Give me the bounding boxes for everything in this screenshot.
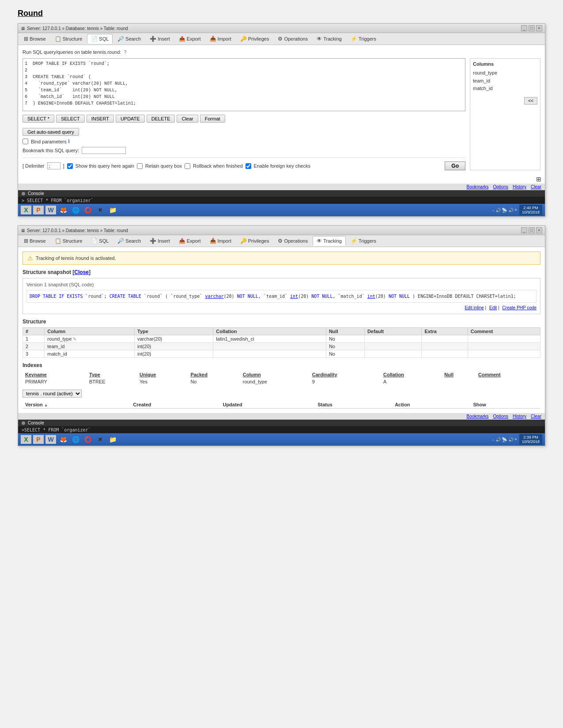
expand-icon[interactable]: ⊞ [536, 176, 541, 183]
taskbar-app-powerpoint[interactable]: P [33, 206, 44, 214]
select-star-button[interactable]: SELECT * [23, 115, 54, 123]
autosave-row: Get auto-saved query [23, 125, 465, 136]
taskbar-app-globe[interactable]: 🌐 [70, 206, 81, 214]
titlebar-controls-2[interactable]: _ □ × [521, 227, 542, 233]
taskbar-app-explorer-2[interactable]: 📁 [107, 435, 118, 444]
rollback-checkbox[interactable] [185, 163, 190, 169]
taskbar-app-excel[interactable]: X [21, 206, 31, 214]
bookmarks-link-1[interactable]: Bookmarks [466, 184, 488, 189]
column-item-round-type[interactable]: round_type [473, 69, 537, 77]
tab-insert-1[interactable]: ➕ Insert [146, 34, 174, 44]
update-button[interactable]: UPDATE [116, 115, 145, 123]
tab-browse-1[interactable]: ⊞ Browse [20, 34, 50, 44]
format-button[interactable]: Format [200, 115, 225, 123]
clear-link-1[interactable]: Clear [531, 184, 541, 189]
taskbar-app-xampp[interactable]: ✖ [95, 206, 106, 214]
bind-params-info-icon[interactable]: ℹ [68, 139, 70, 144]
tab-import-1[interactable]: 📥 Import [206, 34, 235, 44]
go-button[interactable]: Go [445, 161, 465, 170]
ver-header-status[interactable]: Status [315, 401, 392, 409]
tab-structure-2[interactable]: 📋 Structure [51, 236, 87, 246]
taskbar-time-2: 2:39 PM 10/9/2018 [519, 434, 542, 445]
tab-export-2[interactable]: 📤 Export [175, 236, 205, 246]
struct-type-3: int(20) [135, 350, 213, 358]
sql-help-icon[interactable]: ? [124, 49, 126, 55]
create-php-link[interactable]: Create PHP code [502, 305, 537, 310]
tab-triggers-1[interactable]: ⚡ Triggers [347, 34, 380, 44]
tab-privileges-1[interactable]: 🔑 Privileges [236, 34, 273, 44]
tab-import-2[interactable]: 📥 Import [206, 236, 235, 246]
tab-tracking-2[interactable]: 👁 Tracking [313, 236, 346, 246]
delete-button[interactable]: DELETE [147, 115, 175, 123]
tab-triggers-2[interactable]: ⚡ Triggers [347, 236, 380, 246]
taskbar-app-word-2[interactable]: W [45, 435, 56, 444]
edit-link[interactable]: Edit [489, 305, 497, 310]
foreign-keys-checkbox[interactable] [246, 163, 251, 169]
minimize-btn-1[interactable]: _ [521, 25, 527, 31]
ver-header-show[interactable]: Show [470, 401, 540, 409]
sql-textarea[interactable]: 1 DROP TABLE IF EXISTS `round`; 2 3 CREA… [23, 58, 465, 111]
snapshot-code: DROP TABLE IF EXISTS `round`; CREATE TAB… [26, 290, 537, 303]
tab-operations-2[interactable]: ⚙ Operations [274, 236, 312, 246]
snapshot-select[interactable]: tennis . round (active) [23, 390, 82, 398]
close-btn-2[interactable]: × [536, 227, 542, 233]
taskbar-app-globe-2[interactable]: 🌐 [70, 435, 81, 444]
snapshot-close-link[interactable]: Close [74, 269, 89, 275]
ver-header-updated[interactable]: Updated [220, 401, 315, 409]
retain-query-checkbox[interactable] [137, 163, 143, 169]
history-link-2[interactable]: History [513, 414, 526, 419]
tab-operations-1[interactable]: ⚙ Operations [274, 34, 312, 44]
taskbar-app-explorer[interactable]: 📁 [107, 206, 118, 214]
clear-link-2[interactable]: Clear [531, 414, 541, 419]
tab-sql-1[interactable]: 📄 SQL [87, 34, 113, 44]
select-button[interactable]: SELECT [56, 115, 85, 123]
edit-pencil-icon-1[interactable]: ✎ [73, 337, 76, 341]
clear-button[interactable]: Clear [177, 115, 198, 123]
tab-tracking-1[interactable]: 👁 Tracking [313, 34, 346, 44]
struct-collation-2 [213, 343, 326, 350]
taskbar-app-word[interactable]: W [45, 206, 56, 214]
bind-params-checkbox[interactable] [23, 139, 28, 144]
options-link-1[interactable]: Options [493, 184, 508, 189]
taskbar-app-xampp-2[interactable]: ✖ [95, 435, 106, 444]
ver-header-action[interactable]: Action [392, 401, 470, 409]
column-item-team-id[interactable]: team_id [473, 77, 537, 85]
delimiter-input[interactable] [47, 162, 60, 169]
taskbar-app-excel-2[interactable]: X [21, 435, 31, 444]
operations-icon-2: ⚙ [278, 238, 283, 244]
ver-header-version[interactable]: Version ▲ [23, 401, 130, 409]
tab-search-1[interactable]: 🔎 Search [113, 34, 145, 44]
titlebar-1: 🖥 Server: 127.0.0.1 » Database: tennis »… [18, 24, 545, 33]
retain-query-label: Retain query box [145, 163, 182, 169]
taskbar-app-opera[interactable]: ⭕ [83, 206, 93, 214]
minimize-btn-2[interactable]: _ [521, 227, 527, 233]
options-link-2[interactable]: Options [493, 414, 508, 419]
tab-sql-2[interactable]: 📄 SQL [87, 236, 113, 246]
bookmark-input[interactable] [82, 147, 126, 154]
tab-export-1[interactable]: 📤 Export [175, 34, 205, 44]
titlebar-controls-1[interactable]: _ □ × [521, 25, 542, 31]
chevron-button[interactable]: << [524, 97, 537, 105]
tab-insert-2[interactable]: ➕ Insert [146, 236, 174, 246]
maximize-btn-1[interactable]: □ [529, 25, 535, 31]
bookmarks-link-2[interactable]: Bookmarks [466, 414, 488, 419]
delimiter-label: [ Delimiter [23, 163, 45, 169]
taskbar-app-firefox-2[interactable]: 🦊 [58, 435, 68, 444]
history-link-1[interactable]: History [513, 184, 526, 189]
show-query-checkbox[interactable] [67, 163, 73, 169]
autosave-button[interactable]: Get auto-saved query [23, 128, 79, 136]
tab-search-2[interactable]: 🔎 Search [113, 236, 145, 246]
tab-structure-1[interactable]: 📋 Structure [51, 34, 87, 44]
tab-browse-2[interactable]: ⊞ Browse [20, 236, 50, 246]
insert-button[interactable]: INSERT [87, 115, 114, 123]
taskbar-app-opera-2[interactable]: ⭕ [83, 435, 93, 444]
column-item-match-id[interactable]: match_id [473, 85, 537, 93]
tab-privileges-2[interactable]: 🔑 Privileges [236, 236, 273, 246]
close-btn-1[interactable]: × [536, 25, 542, 31]
maximize-btn-2[interactable]: □ [529, 227, 535, 233]
col-header-collation: Collation [213, 328, 326, 335]
taskbar-app-powerpoint-2[interactable]: P [33, 435, 44, 444]
edit-inline-link[interactable]: Edit inline [465, 305, 484, 310]
taskbar-app-firefox[interactable]: 🦊 [58, 206, 68, 214]
ver-header-created[interactable]: Created [130, 401, 220, 409]
